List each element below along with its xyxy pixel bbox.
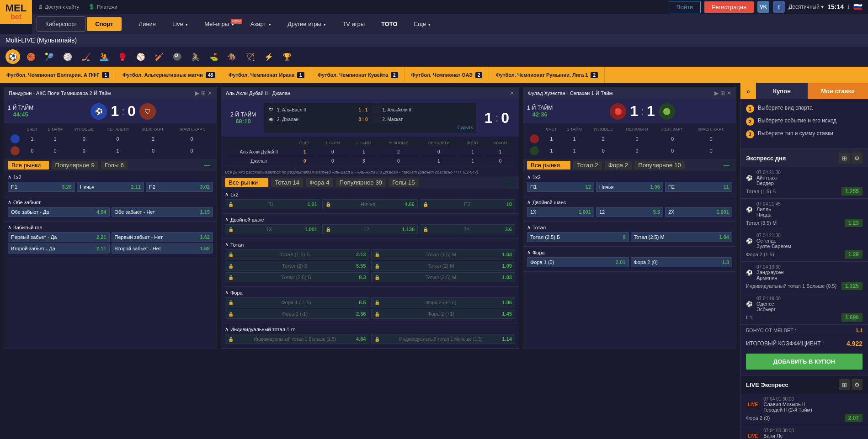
match3-nichya-btn[interactable]: Ничья 1.06	[596, 182, 663, 192]
payments-link[interactable]: 💲 Платежи	[88, 4, 117, 10]
match1-expand-icon[interactable]: ⊞	[201, 90, 206, 96]
league-tab-5[interactable]: Футбол. Чемпионат Румынии. Лига 1 2	[489, 67, 605, 83]
match2-filter-goals[interactable]: Голы 15	[389, 178, 418, 187]
match3-filter-fora[interactable]: Фора 2	[605, 161, 632, 169]
match2-ind-header[interactable]: ∧ Индивидуальный тотал 1-го	[225, 326, 296, 332]
nav-tv[interactable]: TV игры	[334, 17, 373, 31]
tab-mybets[interactable]: Мои ставки	[808, 83, 868, 99]
match2-filter-pop[interactable]: Популярное 39	[336, 178, 386, 187]
match2-t25m-btn[interactable]: 🔒 Тотал (2.5) М 1.03	[371, 272, 516, 282]
nav-live[interactable]: Live ▾	[164, 17, 196, 31]
sport-tennis[interactable]: 🎾	[42, 49, 57, 64]
sport-baseball[interactable]: ⚾	[133, 49, 148, 64]
express-bet-val-3[interactable]: 1.325	[841, 282, 863, 290]
match1-secondno-btn[interactable]: Второй забьет - Нет 1.68	[112, 243, 213, 254]
sport-golf[interactable]: ⛳	[207, 49, 221, 64]
match1-filter-pop[interactable]: Популярное 9	[52, 161, 98, 169]
nav-mel-igry[interactable]: Mel-игры ▾ NEW	[196, 17, 242, 31]
match2-ind1b-btn[interactable]: 🔒 Индивидуальный тотал 1 Больше (1.5) 4.…	[225, 334, 369, 344]
match2-d12-btn[interactable]: 🔒12 1.136	[322, 224, 418, 234]
sport-other1[interactable]: ⚡	[261, 49, 276, 64]
match3-d2x-btn[interactable]: 2Х 1.001	[665, 207, 732, 217]
live-express-info-btn[interactable]: ⚙	[852, 379, 863, 390]
match1-firstno-btn[interactable]: Первый забьет - Нет 1.62	[112, 232, 213, 242]
league-tab-1[interactable]: Футбол. Альтернативные матчи 48	[116, 67, 222, 83]
info-icon[interactable]: ℹ	[847, 4, 850, 10]
match2-collapse-btn[interactable]: —	[504, 178, 515, 187]
match2-hide-btn[interactable]: Скрыть	[458, 125, 473, 130]
sport-other2[interactable]: 🏆	[280, 49, 294, 64]
match1-p1-btn[interactable]: П1 3.26	[8, 182, 75, 192]
live-express-settings-btn[interactable]: ⊞	[839, 379, 850, 390]
sport-archery[interactable]: 🏹	[243, 49, 258, 64]
match2-p2-btn[interactable]: 🔒 П2 18	[420, 199, 515, 209]
match2-ind1m-btn[interactable]: 🔒 Индивидуальный тотал 1 Меньше (1.5) 1.…	[371, 334, 516, 344]
league-tab-4[interactable]: Футбол. Чемпионат ОАЭ 2	[405, 67, 490, 83]
match2-t2b-btn[interactable]: 🔒 Тотал (2) Б 5.55	[225, 261, 369, 271]
express-info-btn[interactable]: ⚙	[852, 153, 863, 164]
match2-d1x-btn[interactable]: 🔒1Х 1.001	[225, 224, 320, 234]
sport-waterpolo[interactable]: 🤽	[97, 49, 112, 64]
express-bet-val-2[interactable]: 1.29	[845, 250, 863, 259]
match1-filter-all[interactable]: Все рынки 9	[8, 161, 49, 169]
league-tab-0[interactable]: Футбол. Чемпионат Болгарии. А ПФГ 1	[0, 67, 116, 83]
match3-collapse-btn[interactable]: —	[721, 161, 732, 169]
match3-1x2-header[interactable]: ∧ 1х2	[527, 174, 541, 180]
match2-f2p1-btn[interactable]: 🔒 Фора 2 (+1) 1.45	[371, 309, 516, 319]
express-settings-btn[interactable]: ⊞	[839, 153, 850, 164]
match3-filter-pop[interactable]: Популярное 10	[634, 161, 685, 169]
express-bet-val-0[interactable]: 1.255	[841, 187, 863, 196]
match2-filter-all[interactable]: Все рынки 43	[225, 178, 268, 187]
match1-secondyes-btn[interactable]: Второй забьет - Да 2.11	[8, 243, 110, 254]
coupon-arrow[interactable]: »	[740, 83, 756, 99]
sport-hockey[interactable]: 🏒	[79, 49, 93, 64]
match1-collapse-btn[interactable]: —	[202, 161, 213, 169]
match2-fora-header[interactable]: ∧ Фора	[225, 290, 243, 296]
tab-coupon[interactable]: Купон	[756, 83, 808, 99]
sport-cycling[interactable]: 🚴	[188, 49, 203, 64]
match2-t25b-btn[interactable]: 🔒 Тотал (2.5) Б 8.3	[225, 272, 369, 282]
match2-t15m-btn[interactable]: 🔒 Тотал (1.5) М 1.63	[371, 249, 516, 259]
decimal-selector[interactable]: Десятичный ▾	[788, 4, 824, 10]
register-button[interactable]: Регистрация	[704, 1, 754, 13]
match3-expand-icon[interactable]: ⊞	[720, 90, 725, 96]
match3-close-icon[interactable]: ✕	[727, 90, 731, 96]
match3-d12-btn[interactable]: 12 5.5	[596, 207, 663, 217]
facebook-icon[interactable]: f	[773, 1, 785, 13]
match1-stream-icon[interactable]: ▶	[195, 90, 199, 96]
sport-basketball[interactable]: 🏀	[24, 49, 38, 64]
match2-f2p15-btn[interactable]: 🔒 Фора 2 (+1.5) 1.06	[371, 297, 516, 307]
match2-f1m1-btn[interactable]: 🔒 Фора 1 (-1) 2.56	[225, 309, 369, 319]
match1-1x2-header[interactable]: ∧ 1х2	[8, 174, 21, 180]
match1-firstyes-btn[interactable]: Первый забьет - Да 2.21	[8, 232, 110, 242]
nav-toto[interactable]: ТОТО	[373, 17, 405, 31]
vk-icon[interactable]: VK	[757, 1, 769, 13]
match3-t25m-btn[interactable]: Тотал (2.5) М 1.04	[631, 232, 733, 242]
match2-d2x-btn[interactable]: 🔒2Х 3.6	[420, 224, 515, 234]
tab-cybersport[interactable]: Киберспорт	[37, 16, 86, 32]
match2-nichya-btn[interactable]: 🔒 Ничья 4.66	[322, 199, 418, 209]
login-button[interactable]: Войти	[669, 1, 701, 13]
nav-more[interactable]: Еще ▾	[406, 17, 439, 31]
sport-volleyball[interactable]: 🏐	[60, 49, 75, 64]
match2-p1-btn[interactable]: 🔒 П1 1.21	[225, 199, 320, 209]
match3-f1-btn[interactable]: Фора 1 (0) 2.01	[527, 257, 629, 267]
match2-t2m-btn[interactable]: 🔒 Тотал (2) М 1.09	[371, 261, 516, 271]
match2-filter-total[interactable]: Тотал 14	[271, 178, 303, 187]
match1-close-icon[interactable]: ✕	[208, 90, 212, 96]
live-express-bet-val-0[interactable]: 2.07	[845, 414, 863, 422]
nav-drugie[interactable]: Другие игры ▾	[279, 17, 334, 31]
logo[interactable]: MEL bet	[0, 0, 32, 24]
match1-p2-btn[interactable]: П2 3.02	[146, 182, 213, 192]
match2-close-icon[interactable]: ✕	[510, 90, 514, 96]
match2-dvoinoy-header[interactable]: ∧ Двойной шанс	[225, 217, 264, 222]
match1-obeyes-btn[interactable]: Обе забьют - Да 4.94	[8, 207, 110, 217]
sport-billiard[interactable]: 🎱	[170, 49, 185, 64]
nav-liniya[interactable]: Линия	[131, 17, 164, 31]
match3-p1-btn[interactable]: П1 12	[527, 182, 594, 192]
sport-football[interactable]: ⚽	[5, 49, 20, 64]
match1-zabitiy-header[interactable]: ∧ Забитый гол	[8, 224, 42, 230]
match1-obeno-btn[interactable]: Обе забьют - Нет 1.15	[112, 207, 213, 217]
match1-obezabyut-header[interactable]: ∧ Обе забьют	[8, 199, 41, 205]
tab-sport[interactable]: Спорт	[87, 17, 121, 31]
